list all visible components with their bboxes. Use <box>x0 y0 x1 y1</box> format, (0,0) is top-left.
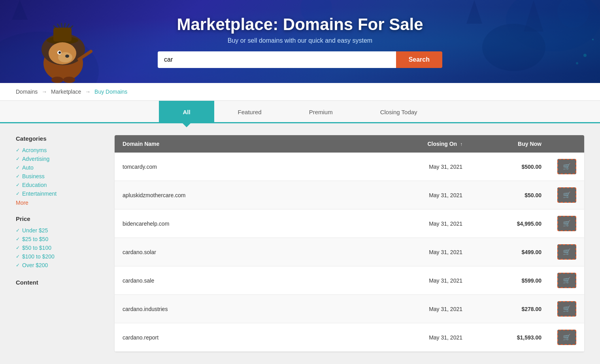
sidebar: Categories ✓ Acronyms ✓ Advertising ✓ Au… <box>16 135 103 352</box>
svg-point-8 <box>576 62 578 64</box>
cell-cart: 🛒 <box>549 153 584 181</box>
add-to-cart-button[interactable]: 🛒 <box>557 244 576 260</box>
col-cart-header <box>549 135 584 153</box>
cell-closing: May 31, 2021 <box>391 238 470 266</box>
cell-domain: apluskidzmothercare.com <box>115 181 391 209</box>
add-to-cart-button[interactable]: 🛒 <box>557 187 576 203</box>
sidebar-price-section: Price ✓ Under $25 ✓ $25 to $50 ✓ $50 to … <box>16 215 103 270</box>
check-icon: ✓ <box>16 174 20 179</box>
main-layout: Categories ✓ Acronyms ✓ Advertising ✓ Au… <box>0 123 600 364</box>
tab-featured[interactable]: Featured <box>214 101 285 123</box>
table-row: cardano.industries May 31, 2021 $278.00 … <box>115 295 584 323</box>
sidebar-categories-title: Categories <box>16 135 103 142</box>
cell-cart: 🛒 <box>549 181 584 209</box>
cell-domain: cardano.report <box>115 323 391 352</box>
cell-price: $1,593.00 <box>470 323 549 352</box>
svg-marker-6 <box>12 0 28 20</box>
sidebar-price-over200[interactable]: ✓ Over $200 <box>16 261 103 270</box>
col-buy-now: Buy Now <box>470 135 549 153</box>
breadcrumb-item-marketplace: Marketplace <box>51 89 81 95</box>
search-input[interactable] <box>158 51 396 68</box>
breadcrumb-sep-2: → <box>85 89 91 95</box>
cell-closing: May 31, 2021 <box>391 323 470 352</box>
tab-closing-today[interactable]: Closing Today <box>357 101 441 123</box>
svg-point-7 <box>583 54 587 57</box>
hero-banner: Marketplace: Domains For Sale Buy or sel… <box>0 0 600 83</box>
hero-search-bar: Search <box>158 51 442 68</box>
sidebar-item-advertising[interactable]: ✓ Advertising <box>16 155 103 163</box>
tab-premium[interactable]: Premium <box>285 101 357 123</box>
tab-all[interactable]: All <box>159 101 214 123</box>
sidebar-price-title: Price <box>16 215 103 222</box>
sidebar-price-under25[interactable]: ✓ Under $25 <box>16 226 103 235</box>
cell-cart: 🛒 <box>549 323 584 352</box>
check-icon: ✓ <box>16 191 20 196</box>
svg-point-23 <box>65 55 69 58</box>
sidebar-content-section: Content <box>16 279 103 286</box>
col-closing-on[interactable]: Closing On ↑ <box>391 135 470 153</box>
check-icon: ✓ <box>16 236 20 242</box>
cell-price: $599.00 <box>470 266 549 295</box>
sidebar-item-acronyms[interactable]: ✓ Acronyms <box>16 146 103 155</box>
breadcrumb: Domains → Marketplace → Buy Domains <box>0 83 600 101</box>
cell-closing: May 31, 2021 <box>391 153 470 181</box>
svg-point-28 <box>63 77 75 83</box>
table-row: tomcardy.com May 31, 2021 $500.00 🛒 <box>115 153 584 181</box>
sidebar-categories-section: Categories ✓ Acronyms ✓ Advertising ✓ Au… <box>16 135 103 206</box>
cell-cart: 🛒 <box>549 238 584 266</box>
sidebar-price-50-100[interactable]: ✓ $50 to $100 <box>16 243 103 252</box>
add-to-cart-button[interactable]: 🛒 <box>557 159 576 174</box>
check-icon: ✓ <box>16 156 20 162</box>
cell-price: $278.00 <box>470 295 549 323</box>
search-button[interactable]: Search <box>396 51 442 68</box>
hero-title: Marketplace: Domains For Sale <box>177 15 423 34</box>
sidebar-more-categories[interactable]: More <box>16 200 103 206</box>
tabs-bar: All Featured Premium Closing Today <box>0 101 600 123</box>
cell-domain: cardano.solar <box>115 238 391 266</box>
cell-closing: May 31, 2021 <box>391 209 470 238</box>
sidebar-item-entertainment[interactable]: ✓ Entertainment <box>16 189 103 198</box>
check-icon: ✓ <box>16 254 20 259</box>
sidebar-item-auto[interactable]: ✓ Auto <box>16 163 103 172</box>
svg-marker-4 <box>466 0 482 24</box>
add-to-cart-button[interactable]: 🛒 <box>557 301 576 317</box>
cell-price: $50.00 <box>470 181 549 209</box>
cell-cart: 🛒 <box>549 295 584 323</box>
check-icon: ✓ <box>16 245 20 251</box>
check-icon: ✓ <box>16 262 20 268</box>
col-domain-name[interactable]: Domain Name <box>115 135 391 153</box>
cell-domain: tomcardy.com <box>115 153 391 181</box>
hero-subtitle: Buy or sell domains with our quick and e… <box>228 37 372 44</box>
breadcrumb-sep-1: → <box>42 89 47 95</box>
sidebar-item-business[interactable]: ✓ Business <box>16 172 103 181</box>
svg-point-9 <box>592 39 594 40</box>
breadcrumb-item-buy-domains[interactable]: Buy Domains <box>94 89 127 95</box>
cell-closing: May 31, 2021 <box>391 295 470 323</box>
check-icon: ✓ <box>16 147 20 153</box>
cell-domain: cardano.sale <box>115 266 391 295</box>
mascot <box>32 12 95 83</box>
check-icon: ✓ <box>16 228 20 233</box>
cell-price: $4,995.00 <box>470 209 549 238</box>
cell-domain: cardano.industries <box>115 295 391 323</box>
check-icon: ✓ <box>16 165 20 170</box>
check-icon: ✓ <box>16 182 20 188</box>
cell-price: $499.00 <box>470 238 549 266</box>
sidebar-price-100-200[interactable]: ✓ $100 to $200 <box>16 252 103 261</box>
table-row: cardano.report May 31, 2021 $1,593.00 🛒 <box>115 323 584 352</box>
cell-domain: bidencarehelp.com <box>115 209 391 238</box>
cell-cart: 🛒 <box>549 266 584 295</box>
sidebar-content-title: Content <box>16 279 103 286</box>
add-to-cart-button[interactable]: 🛒 <box>557 216 576 231</box>
domain-table-container: Domain Name Closing On ↑ Buy Now tomcard… <box>115 135 584 352</box>
add-to-cart-button[interactable]: 🛒 <box>557 273 576 288</box>
sidebar-price-25-50[interactable]: ✓ $25 to $50 <box>16 235 103 243</box>
cell-cart: 🛒 <box>549 209 584 238</box>
sidebar-item-education[interactable]: ✓ Education <box>16 181 103 189</box>
add-to-cart-button[interactable]: 🛒 <box>557 330 576 345</box>
domain-table: Domain Name Closing On ↑ Buy Now tomcard… <box>115 135 584 352</box>
table-row: apluskidzmothercare.com May 31, 2021 $50… <box>115 181 584 209</box>
cell-closing: May 31, 2021 <box>391 266 470 295</box>
table-row: cardano.solar May 31, 2021 $499.00 🛒 <box>115 238 584 266</box>
table-row: cardano.sale May 31, 2021 $599.00 🛒 <box>115 266 584 295</box>
